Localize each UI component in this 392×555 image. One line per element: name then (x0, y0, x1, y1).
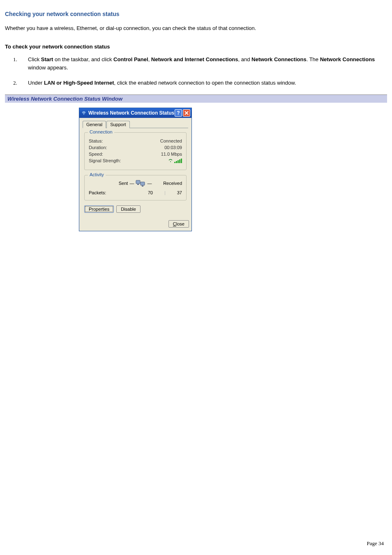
duration-label: Duration: (89, 145, 107, 150)
wireless-icon (81, 110, 87, 116)
disable-button[interactable]: Disable (116, 205, 141, 213)
section-heading: Checking your network connection status (5, 11, 387, 17)
activity-group-label: Activity (88, 172, 106, 177)
tab-strip: General Support (83, 120, 188, 128)
page-number: Page 34 (367, 540, 384, 547)
tab-support[interactable]: Support (106, 121, 130, 128)
speed-label: Speed: (89, 152, 103, 157)
packets-separator: | (164, 190, 166, 195)
procedure-heading: To check your network connection status (5, 44, 387, 50)
properties-button[interactable]: Properties (84, 205, 114, 213)
step-1: Click Start on the taskbar, and click Co… (21, 55, 387, 71)
step-1-m3: , and (238, 56, 252, 62)
close-rest: lose (176, 221, 184, 226)
close-mnemonic: C (173, 221, 176, 226)
received-label: Received (163, 181, 182, 186)
step-1-bold-nc: Network Connections (251, 56, 307, 62)
step-1-bold-start: Start (41, 56, 53, 62)
step-1-text: Click (28, 56, 41, 62)
step-1-bold-nic: Network and Internet Connections (151, 56, 238, 62)
speed-value: 11.0 Mbps (161, 152, 182, 157)
step-2-pre: Under (28, 80, 44, 86)
duration-value: 00:03:09 (164, 145, 182, 150)
step-1-m5: window appears. (28, 64, 68, 71)
svg-rect-3 (141, 182, 145, 185)
activity-monitors-icon (136, 180, 145, 187)
tab-general[interactable]: General (83, 121, 106, 128)
signal-bars-icon (174, 158, 182, 163)
close-icon[interactable] (183, 109, 190, 117)
packets-sent-value: 70 (148, 190, 153, 195)
sent-label: Sent (119, 181, 128, 186)
status-value: Connected (160, 138, 182, 143)
help-button[interactable]: ? (175, 109, 182, 117)
step-1-m2: , (148, 56, 151, 62)
dash-right: — (147, 181, 152, 186)
connection-group-label: Connection (88, 129, 114, 134)
dash-left: — (129, 181, 134, 186)
svg-rect-4 (137, 184, 139, 185)
wireless-small-icon (168, 159, 174, 164)
step-1-bold-nc2: Network Connections (320, 56, 375, 62)
signal-strength-value (168, 158, 182, 164)
connection-status-dialog: Wireless Network Connection Status ? Gen… (79, 108, 192, 231)
step-2-bold-lan: LAN or High-Speed Internet (44, 80, 114, 86)
step-2-post: , click the enabled network connection t… (114, 80, 296, 86)
dialog-title: Wireless Network Connection Status (88, 110, 175, 116)
step-1-m1: on the taskbar, and click (53, 56, 113, 62)
close-button[interactable]: Close (168, 220, 189, 228)
packets-label: Packets: (89, 190, 106, 195)
svg-rect-5 (142, 186, 143, 187)
intro-paragraph: Whether you have a wireless, Ethernet, o… (5, 25, 387, 32)
signal-strength-label: Signal Strength: (89, 158, 121, 164)
dialog-titlebar: Wireless Network Connection Status ? (79, 108, 191, 118)
activity-group: Activity Sent — (84, 175, 187, 200)
figure-area: Wireless Network Connection Status ? Gen… (5, 103, 387, 231)
step-1-m4: . The (307, 56, 320, 62)
step-1-bold-cp: Control Panel (113, 56, 148, 62)
figure-caption: Wireless Network Connection Status Windo… (5, 94, 387, 103)
dialog-body: General Support Connection Status: Conne… (79, 118, 191, 220)
step-2: Under LAN or High-Speed Internet, click … (21, 79, 387, 87)
packets-received-value: 37 (177, 190, 182, 195)
svg-point-0 (83, 114, 84, 115)
svg-point-1 (170, 161, 171, 162)
status-label: Status: (89, 138, 103, 143)
procedure-steps: Click Start on the taskbar, and click Co… (21, 55, 387, 87)
connection-group: Connection Status: Connected Duration: 0… (84, 132, 187, 170)
svg-rect-2 (136, 180, 140, 184)
